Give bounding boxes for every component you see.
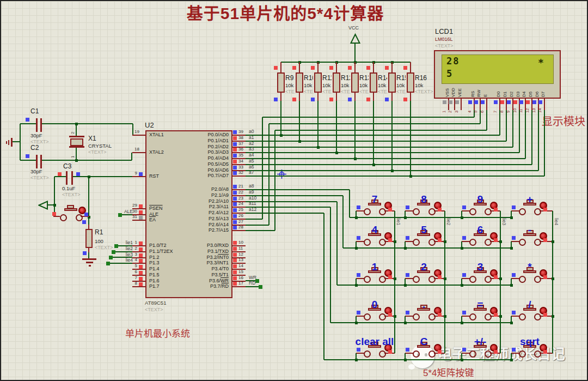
- junction-dot: [355, 216, 358, 219]
- pin-stub: [132, 286, 145, 287]
- mcu-pin-name: P0.1/AD1: [164, 138, 229, 144]
- pin-state-marker: [84, 213, 88, 216]
- lcd-screen-line2: 5: [446, 69, 452, 79]
- row-feed: [330, 207, 331, 323]
- pin-state-marker: [82, 220, 86, 224]
- junction-dot: [404, 284, 407, 287]
- pin-state-marker: [139, 253, 143, 257]
- net-a2: [512, 110, 513, 147]
- key-terminal: [379, 239, 386, 246]
- net-label: a12: [249, 207, 256, 212]
- pin-stub: [317, 62, 318, 72]
- pin-state-marker: [494, 100, 498, 104]
- caption-mcu-system: 单片机最小系统: [125, 326, 190, 340]
- c1-value: 30pF: [30, 133, 42, 138]
- resistor-ref: R12: [341, 75, 350, 82]
- pin-state-marker: [139, 271, 143, 275]
- pin-stub: [462, 241, 470, 242]
- lcd-ctrl: [486, 110, 487, 130]
- junction-dot: [394, 240, 396, 243]
- crystal-body[interactable]: [70, 138, 83, 146]
- pin-state-marker: [233, 185, 237, 189]
- resistor-placeholder: <TEXT>: [341, 89, 350, 95]
- pin-stub: [410, 62, 411, 72]
- pin-stub: [511, 210, 519, 211]
- pin-state-marker: [438, 275, 442, 279]
- net-label: lie3: [99, 252, 133, 257]
- pin-state-marker: [532, 100, 536, 104]
- pin-state-marker: [292, 98, 296, 101]
- lcd-ctrl: [246, 230, 275, 231]
- pin-stub: [486, 99, 487, 110]
- pin-state-marker: [311, 98, 315, 101]
- resistor-body[interactable]: [370, 72, 377, 93]
- pin-stub: [511, 353, 519, 354]
- lcd-pin-number: 2: [448, 105, 452, 113]
- lcd-pin-name: D0: [497, 81, 501, 97]
- pin-state-marker: [385, 66, 389, 70]
- mcu-pin-name: EA: [149, 217, 156, 223]
- resistor-body[interactable]: [333, 72, 340, 93]
- resistor-value: 10k: [304, 83, 312, 88]
- mcu-pin-name: P2.0/A8: [164, 187, 229, 192]
- mcu-pin-name: P3.0/RXD: [164, 243, 229, 249]
- lie-net-label: lie1: [396, 218, 401, 225]
- lcd-pin-name: RS: [471, 81, 476, 97]
- resistor-body[interactable]: [296, 72, 303, 93]
- pin-state-marker: [388, 275, 392, 279]
- pin-state-marker: [233, 282, 237, 286]
- net-label: ALE: [99, 209, 133, 214]
- row-bus: [350, 217, 512, 218]
- pin-stub: [299, 62, 300, 72]
- resistor-ref: R11: [322, 75, 332, 82]
- lcd-ctrl: [274, 130, 275, 231]
- lcd-pin-name: D5: [529, 81, 534, 97]
- resistor-body[interactable]: [314, 72, 322, 93]
- pin-state-marker: [292, 66, 296, 70]
- junction-dot: [444, 315, 446, 318]
- pin-state-marker: [233, 241, 237, 245]
- pin-stub: [356, 353, 364, 354]
- net-lie1: [394, 211, 395, 353]
- r1-body[interactable]: [85, 229, 93, 248]
- pin-state-marker: [388, 238, 392, 242]
- pin-stub: [356, 278, 364, 279]
- pin-stub: [544, 99, 545, 110]
- pin-state-marker: [329, 98, 333, 101]
- resistor-body[interactable]: [277, 72, 285, 93]
- lcd-pin-number: 1: [442, 105, 446, 113]
- pin-state-marker: [139, 265, 143, 269]
- resistor-body[interactable]: [388, 72, 396, 93]
- pin-state-marker: [233, 171, 237, 175]
- junction-dot: [499, 277, 502, 280]
- lie-net-label: lie4: [554, 218, 559, 225]
- key-terminal: [519, 313, 526, 320]
- pin-state-marker: [462, 205, 466, 209]
- lcd-pin-name: D7: [541, 81, 546, 97]
- mcu-pin-number: 7: [117, 276, 137, 281]
- resistor-body[interactable]: [351, 72, 359, 93]
- keypad-key-label: 8: [399, 193, 449, 205]
- resistor-body[interactable]: [407, 72, 414, 93]
- lcd-screen-symbol: *: [538, 57, 544, 68]
- lie-net-label: lie3: [501, 218, 506, 225]
- lcd-pin-name: D1: [503, 81, 508, 97]
- key-terminal: [534, 276, 541, 283]
- keypad-key-label: .: [399, 299, 449, 311]
- key-terminal: [428, 276, 436, 283]
- junction-dot: [404, 322, 407, 324]
- wire: [20, 160, 36, 161]
- net-label: a8: [249, 184, 254, 189]
- row-feed: [246, 207, 330, 208]
- mcu-pin-name: P1.2: [149, 255, 160, 261]
- pin-stub: [53, 216, 60, 217]
- net-a7: [246, 176, 544, 177]
- mcu-pin-number: 29: [117, 203, 137, 208]
- junction-dot: [394, 315, 396, 318]
- keypad-key-label: *: [505, 261, 555, 273]
- pin-stub: [336, 62, 337, 72]
- resistor-ref: R16: [415, 75, 431, 82]
- pin-stub: [356, 210, 364, 211]
- pin-stub: [356, 316, 364, 317]
- pin-state-marker: [26, 154, 29, 158]
